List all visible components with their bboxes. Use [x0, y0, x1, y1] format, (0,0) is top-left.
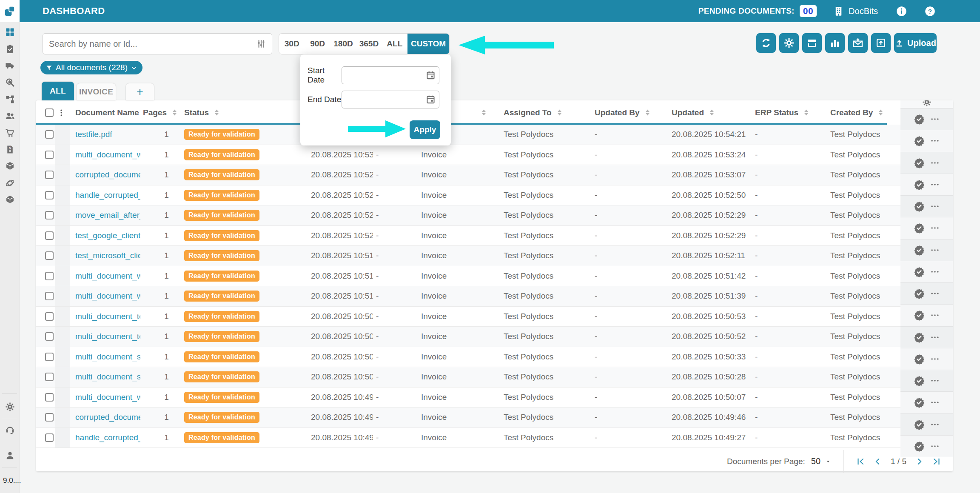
row-checkbox[interactable]: [45, 312, 54, 321]
document-name-link[interactable]: multi_document_sam...: [75, 372, 140, 382]
more-menu-icon[interactable]: [930, 442, 940, 451]
per-page-caret-icon[interactable]: [825, 458, 832, 465]
erp-status-badge-icon[interactable]: [914, 245, 925, 256]
more-menu-icon[interactable]: [930, 136, 940, 145]
tab-all[interactable]: ALL: [42, 82, 74, 100]
document-name-link[interactable]: handle_corrupted_file...: [75, 191, 140, 200]
row-checkbox[interactable]: [45, 130, 54, 139]
sidebar-item-invoices[interactable]: $: [0, 141, 20, 158]
calendar-icon[interactable]: [426, 94, 436, 104]
column-header-document-name[interactable]: Document Name: [70, 100, 140, 125]
erp-status-badge-icon[interactable]: [914, 157, 925, 168]
range-180d-button[interactable]: 180D: [330, 34, 356, 54]
more-menu-icon[interactable]: [930, 398, 940, 407]
more-menu-icon[interactable]: [930, 114, 940, 124]
sidebar-item-validation[interactable]: [0, 40, 20, 57]
row-checkbox[interactable]: [45, 433, 54, 442]
erp-status-badge-icon[interactable]: [914, 419, 925, 430]
more-menu-icon[interactable]: [930, 376, 940, 385]
refresh-button[interactable]: [756, 33, 776, 53]
info-icon[interactable]: [896, 6, 907, 17]
app-logo[interactable]: [0, 0, 20, 22]
last-page-button[interactable]: [932, 457, 941, 466]
more-menu-icon[interactable]: [930, 158, 940, 168]
prev-page-button[interactable]: [873, 457, 882, 466]
column-header-status[interactable]: Status: [181, 100, 304, 125]
more-menu-icon[interactable]: [930, 333, 940, 342]
erp-status-badge-icon[interactable]: [914, 288, 925, 299]
more-menu-icon[interactable]: [930, 289, 940, 298]
settings-button[interactable]: [779, 33, 799, 53]
document-name-link[interactable]: corrupted_document...: [75, 170, 140, 180]
row-checkbox[interactable]: [45, 353, 54, 361]
search-input[interactable]: [43, 39, 256, 49]
row-checkbox[interactable]: [45, 251, 54, 260]
row-checkbox[interactable]: [45, 272, 54, 280]
erp-status-badge-icon[interactable]: [914, 310, 925, 321]
sidebar-item-settings[interactable]: [0, 397, 20, 416]
document-name-link[interactable]: multi_document_test...: [75, 332, 140, 341]
more-menu-icon[interactable]: [930, 223, 940, 233]
erp-status-badge-icon[interactable]: [914, 135, 925, 146]
next-page-button[interactable]: [915, 457, 924, 466]
document-name-link[interactable]: test_microsoft_client...: [75, 251, 140, 260]
range-90d-button[interactable]: 90D: [305, 34, 330, 54]
row-checkbox[interactable]: [45, 332, 54, 341]
document-name-link[interactable]: multi_document_sam...: [75, 352, 140, 362]
more-menu-icon[interactable]: [930, 202, 940, 211]
sidebar-item-support[interactable]: [0, 421, 20, 438]
erp-status-badge-icon[interactable]: [914, 332, 925, 343]
column-header-assigned-to[interactable]: Assigned To: [493, 100, 591, 125]
tab-invoice[interactable]: INVOICE: [77, 83, 116, 100]
end-date-input[interactable]: [342, 91, 439, 108]
start-date-input[interactable]: [342, 66, 439, 84]
document-name-link[interactable]: testfile.pdf: [75, 130, 112, 139]
sidebar-item-integrations[interactable]: [0, 175, 20, 191]
row-checkbox[interactable]: [45, 292, 54, 300]
document-name-link[interactable]: test_google_client_20...: [75, 231, 140, 240]
first-page-button[interactable]: [856, 457, 865, 466]
tab-add[interactable]: +: [126, 83, 154, 100]
row-checkbox[interactable]: [45, 171, 54, 179]
range-custom-button[interactable]: CUSTOM: [407, 34, 449, 54]
erp-status-badge-icon[interactable]: [914, 222, 925, 234]
range-365d-button[interactable]: 365D: [356, 34, 382, 54]
select-all-checkbox[interactable]: [45, 108, 54, 117]
erp-status-badge-icon[interactable]: [914, 397, 925, 408]
row-checkbox[interactable]: [45, 231, 54, 240]
erp-status-badge-icon[interactable]: [914, 114, 925, 125]
range-all-button[interactable]: ALL: [382, 34, 407, 54]
more-menu-icon[interactable]: [930, 180, 940, 189]
document-name-link[interactable]: multi_document_with...: [75, 291, 140, 301]
import-email-button[interactable]: [848, 33, 868, 53]
document-name-link[interactable]: multi_document_with...: [75, 271, 140, 281]
column-header-created-by[interactable]: Created By: [821, 100, 887, 125]
range-30d-button[interactable]: 30D: [279, 34, 305, 54]
documents-filter-dropdown[interactable]: All documents (228): [40, 61, 142, 74]
calendar-icon[interactable]: [426, 70, 436, 80]
more-menu-icon[interactable]: [930, 245, 940, 255]
sidebar-item-shipping[interactable]: [0, 57, 20, 74]
column-header-updated-by[interactable]: Updated By: [591, 100, 657, 125]
more-menu-icon[interactable]: [930, 311, 940, 320]
erp-status-badge-icon[interactable]: [914, 179, 925, 190]
kebab-menu-icon[interactable]: [57, 108, 66, 117]
help-icon[interactable]: ?: [924, 6, 936, 17]
row-checkbox[interactable]: [45, 413, 54, 422]
more-menu-icon[interactable]: [930, 267, 940, 276]
upload-button[interactable]: Upload: [894, 33, 937, 53]
more-menu-icon[interactable]: [930, 354, 940, 364]
column-header-updated[interactable]: Updated: [657, 100, 751, 125]
column-header-pages[interactable]: Pages: [140, 100, 181, 125]
sidebar-item-dashboard[interactable]: [0, 24, 20, 40]
row-checkbox[interactable]: [45, 393, 54, 402]
sidebar-item-users[interactable]: [0, 108, 20, 124]
column-header-erp-status[interactable]: ERP Status: [751, 100, 821, 125]
row-checkbox[interactable]: [45, 373, 54, 381]
per-page-value[interactable]: 50: [811, 456, 820, 466]
erp-status-badge-icon[interactable]: [914, 375, 925, 386]
row-checkbox[interactable]: [45, 211, 54, 219]
sidebar-item-packages[interactable]: [0, 158, 20, 174]
document-name-link[interactable]: multi_document_with...: [75, 150, 140, 160]
more-menu-icon[interactable]: [930, 420, 940, 429]
